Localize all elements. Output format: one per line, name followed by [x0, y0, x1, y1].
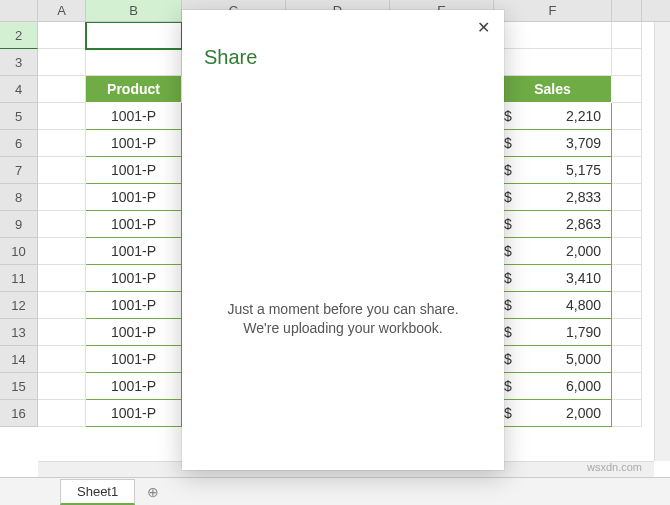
row-header-2[interactable]: 2: [0, 22, 38, 49]
col-header-A[interactable]: A: [38, 0, 86, 21]
row-header-16[interactable]: 16: [0, 400, 38, 427]
table-cell-product[interactable]: 1001-P: [86, 373, 182, 400]
row-header-6[interactable]: 6: [0, 130, 38, 157]
close-icon: ✕: [477, 19, 490, 36]
table-cell-product[interactable]: 1001-P: [86, 211, 182, 238]
table-cell-product[interactable]: 1001-P: [86, 292, 182, 319]
dialog-message: Just a moment before you can share. We'r…: [212, 300, 474, 338]
table-cell-product[interactable]: 1001-P: [86, 157, 182, 184]
table-cell-sales[interactable]: $4,800: [494, 292, 612, 319]
watermark: wsxdn.com: [587, 461, 642, 473]
table-cell-product[interactable]: 1001-P: [86, 184, 182, 211]
row-header-12[interactable]: 12: [0, 292, 38, 319]
table-header-sales[interactable]: Sales: [494, 76, 612, 103]
add-sheet-button[interactable]: ⊕: [141, 480, 165, 504]
table-cell-product[interactable]: 1001-P: [86, 103, 182, 130]
row-header-11[interactable]: 11: [0, 265, 38, 292]
row-header-8[interactable]: 8: [0, 184, 38, 211]
row-header-7[interactable]: 7: [0, 157, 38, 184]
table-cell-sales[interactable]: $1,790: [494, 319, 612, 346]
table-cell-sales[interactable]: $2,833: [494, 184, 612, 211]
table-cell-sales[interactable]: $2,000: [494, 238, 612, 265]
close-button[interactable]: ✕: [477, 20, 490, 36]
cell-B2[interactable]: [86, 22, 182, 49]
row-header-13[interactable]: 13: [0, 319, 38, 346]
row-header-15[interactable]: 15: [0, 373, 38, 400]
cell-A2[interactable]: [38, 22, 86, 49]
table-cell-product[interactable]: 1001-P: [86, 400, 182, 427]
col-header-B[interactable]: B: [86, 0, 182, 21]
table-cell-product[interactable]: 1001-P: [86, 319, 182, 346]
row-header-4[interactable]: 4: [0, 76, 38, 103]
table-cell-product[interactable]: 1001-P: [86, 346, 182, 373]
table-cell-sales[interactable]: $3,410: [494, 265, 612, 292]
share-dialog: ✕ Share Just a moment before you can sha…: [182, 10, 504, 470]
table-cell-sales[interactable]: $5,000: [494, 346, 612, 373]
dialog-title: Share: [204, 46, 482, 69]
table-cell-product[interactable]: 1001-P: [86, 265, 182, 292]
plus-icon: ⊕: [147, 484, 159, 500]
row-header-3[interactable]: 3: [0, 49, 38, 76]
row-header-5[interactable]: 5: [0, 103, 38, 130]
table-cell-sales[interactable]: $2,863: [494, 211, 612, 238]
sheet-tab-sheet1[interactable]: Sheet1: [60, 479, 135, 505]
col-header-F[interactable]: F: [494, 0, 612, 21]
table-cell-sales[interactable]: $2,000: [494, 400, 612, 427]
row-header-9[interactable]: 9: [0, 211, 38, 238]
row-header-14[interactable]: 14: [0, 346, 38, 373]
row-header-10[interactable]: 10: [0, 238, 38, 265]
vertical-scrollbar[interactable]: [654, 22, 670, 461]
table-header-product[interactable]: Product: [86, 76, 182, 103]
table-cell-sales[interactable]: $2,210: [494, 103, 612, 130]
table-cell-sales[interactable]: $3,709: [494, 130, 612, 157]
col-header-pad: [612, 0, 642, 21]
table-cell-sales[interactable]: $5,175: [494, 157, 612, 184]
sheet-tab-bar: Sheet1 ⊕: [0, 477, 670, 505]
table-cell-product[interactable]: 1001-P: [86, 238, 182, 265]
table-cell-sales[interactable]: $6,000: [494, 373, 612, 400]
table-cell-product[interactable]: 1001-P: [86, 130, 182, 157]
cell-F2[interactable]: [494, 22, 612, 49]
select-all-corner[interactable]: [0, 0, 38, 22]
